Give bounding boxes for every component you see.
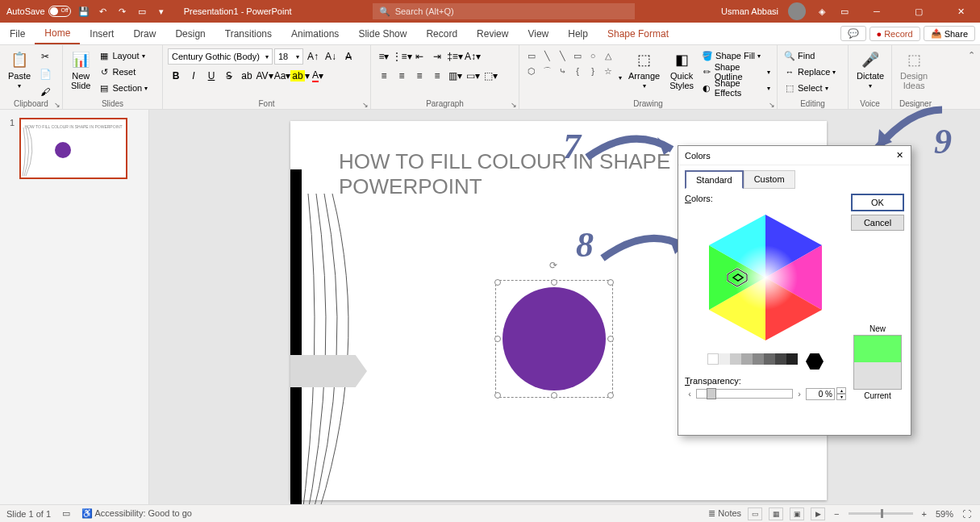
autosave-toggle[interactable]: AutoSave Off xyxy=(6,6,71,17)
quick-styles-button[interactable]: ◧ Quick Styles xyxy=(666,48,697,92)
tab-record[interactable]: Record xyxy=(416,23,467,44)
increase-indent-button[interactable]: ⇥ xyxy=(429,48,445,65)
gray-swatch-row[interactable] xyxy=(685,353,846,370)
dialog-tab-custom[interactable]: Custom xyxy=(744,170,795,189)
tab-slideshow[interactable]: Slide Show xyxy=(348,23,416,44)
bullets-button[interactable]: ≡▾ xyxy=(376,48,392,65)
grow-font-button[interactable]: A↑ xyxy=(305,48,321,65)
columns-button[interactable]: ▥▾ xyxy=(447,68,463,84)
reset-button[interactable]: ↺Reset xyxy=(97,65,149,79)
search-box[interactable]: 🔍 Search (Alt+Q) xyxy=(373,3,635,19)
shape-effects-button[interactable]: ◐Shape Effects▾ xyxy=(700,81,772,95)
align-center-button[interactable]: ≡ xyxy=(394,68,410,84)
font-launcher[interactable]: ↘ xyxy=(362,101,369,109)
numbering-button[interactable]: ⋮≡▾ xyxy=(394,48,410,65)
maximize-button[interactable]: ▢ xyxy=(903,0,935,23)
zoom-slider[interactable] xyxy=(849,512,913,515)
shadow-button[interactable]: ab xyxy=(239,68,255,84)
tab-home[interactable]: Home xyxy=(35,23,80,44)
shape-curve-icon[interactable]: ⌒ xyxy=(540,64,554,78)
slideshow-view-button[interactable]: ▶ xyxy=(811,507,825,520)
user-avatar-icon[interactable] xyxy=(788,2,806,20)
shape-line2-icon[interactable]: ╲ xyxy=(555,48,569,63)
tab-help[interactable]: Help xyxy=(558,23,598,44)
resize-handle-mr[interactable] xyxy=(607,336,614,342)
shrink-font-button[interactable]: A↓ xyxy=(323,48,339,65)
clipboard-launcher[interactable]: ↘ xyxy=(54,101,60,109)
gray-swatch-5[interactable] xyxy=(764,353,775,365)
shape-fill-button[interactable]: 🪣Shape Fill▾ xyxy=(700,48,772,63)
ribbon-display-icon[interactable]: ▭ xyxy=(838,5,851,18)
minimize-button[interactable]: ─ xyxy=(861,0,893,23)
strikethrough-button[interactable]: S̶ xyxy=(221,68,237,84)
gray-swatch-7[interactable] xyxy=(786,353,798,365)
clear-format-button[interactable]: A̶ xyxy=(340,48,357,65)
font-name-combo[interactable]: Century Gothic (Body)▾ xyxy=(168,48,273,65)
dictate-button[interactable]: 🎤 Dictate▾ xyxy=(853,48,887,91)
copy-button[interactable]: 📄 xyxy=(37,66,53,82)
transparency-increase[interactable]: › xyxy=(794,389,804,399)
dialog-tab-standard[interactable]: Standard xyxy=(685,170,744,189)
tab-view[interactable]: View xyxy=(518,23,558,44)
arrange-button[interactable]: ⬚ Arrange▾ xyxy=(625,48,663,91)
comments-button[interactable]: 💬 xyxy=(840,26,866,41)
gallery-more-icon[interactable]: ▾ xyxy=(619,74,622,81)
shape-arrow-icon[interactable]: ⬡ xyxy=(524,64,539,78)
gray-swatch-3[interactable] xyxy=(741,353,753,365)
shape-connector-icon[interactable]: ⤷ xyxy=(555,64,569,78)
shape-gallery[interactable]: ▭╲╲▭○△ ⬡⌒⤷{}☆ xyxy=(524,48,615,78)
section-button[interactable]: ▤Section▾ xyxy=(97,81,149,95)
align-right-button[interactable]: ≡ xyxy=(411,68,427,84)
font-color-button[interactable]: A▾ xyxy=(310,68,326,84)
tab-review[interactable]: Review xyxy=(467,23,518,44)
replace-button[interactable]: ↔Replace▾ xyxy=(782,65,837,79)
slide-info[interactable]: Slide 1 of 1 xyxy=(6,509,51,519)
diamond-icon[interactable]: ◈ xyxy=(815,5,828,18)
normal-view-button[interactable]: ▭ xyxy=(748,507,762,520)
gray-swatch-white[interactable] xyxy=(707,353,719,365)
notes-button[interactable]: ≣ Notes xyxy=(708,508,741,519)
undo-icon[interactable]: ↶ xyxy=(97,5,110,18)
underline-button[interactable]: U xyxy=(203,68,219,84)
slide-arrow-shape[interactable] xyxy=(290,355,367,387)
qat-dropdown-icon[interactable]: ▾ xyxy=(155,5,168,18)
text-direction-button[interactable]: A↕▾ xyxy=(465,48,481,65)
slider-thumb-icon[interactable] xyxy=(707,388,716,399)
paste-button[interactable]: 📋 Paste ▾ xyxy=(5,48,34,91)
highlight-button[interactable]: ab▾ xyxy=(292,68,308,84)
tab-animations[interactable]: Animations xyxy=(281,23,348,44)
shape-brace-icon[interactable]: { xyxy=(570,64,585,78)
tab-transitions[interactable]: Transitions xyxy=(215,23,281,44)
gray-swatch-1[interactable] xyxy=(719,353,730,365)
dialog-ok-button[interactable]: OK xyxy=(851,194,904,211)
change-case-button[interactable]: Aa▾ xyxy=(274,68,290,84)
shape-outline-button[interactable]: ✏Shape Outline▾ xyxy=(700,65,772,79)
drawing-launcher[interactable]: ↘ xyxy=(769,101,775,109)
accessibility-status[interactable]: ♿ Accessibility: Good to go xyxy=(81,508,192,519)
resize-handle-tl[interactable] xyxy=(494,279,501,286)
resize-handle-bl[interactable] xyxy=(494,392,501,399)
record-button[interactable]: ●Record xyxy=(869,27,920,41)
layout-button[interactable]: ▦Layout▾ xyxy=(97,48,149,63)
dialog-cancel-button[interactable]: Cancel xyxy=(851,215,904,231)
cut-button[interactable]: ✂ xyxy=(37,48,53,65)
zoom-in-button[interactable]: + xyxy=(920,509,929,519)
gray-swatch-4[interactable] xyxy=(753,353,764,365)
bold-button[interactable]: B xyxy=(168,68,184,84)
shape-line-icon[interactable]: ╲ xyxy=(540,48,554,63)
zoom-out-button[interactable]: − xyxy=(832,509,841,519)
new-slide-button[interactable]: 📊 New Slide xyxy=(68,48,94,92)
select-button[interactable]: ⬚Select▾ xyxy=(782,81,837,95)
align-text-button[interactable]: ▭▾ xyxy=(465,68,481,84)
sorter-view-button[interactable]: ▦ xyxy=(769,507,783,520)
paragraph-launcher[interactable]: ↘ xyxy=(511,101,517,109)
transparency-decrease[interactable]: ‹ xyxy=(685,389,694,399)
transparency-input[interactable] xyxy=(806,388,835,400)
find-button[interactable]: 🔍Find xyxy=(782,48,837,63)
char-spacing-button[interactable]: AV▾ xyxy=(256,68,273,84)
resize-handle-bm[interactable] xyxy=(551,392,557,399)
shape-textbox-icon[interactable]: ▭ xyxy=(524,48,539,63)
justify-button[interactable]: ≡ xyxy=(429,68,445,84)
shape-triangle-icon[interactable]: △ xyxy=(601,48,615,63)
gray-swatch-2[interactable] xyxy=(730,353,741,365)
